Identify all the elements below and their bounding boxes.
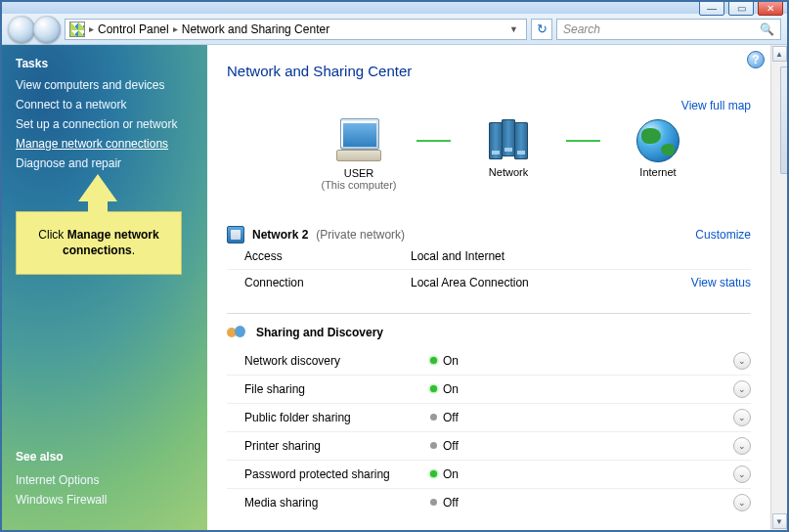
expand-button[interactable]: ⌄	[733, 352, 751, 370]
row-connection: Connection Local Area Connection View st…	[227, 269, 751, 295]
sharing-row-label: File sharing	[244, 382, 430, 396]
connection-label: Connection	[244, 276, 411, 289]
sharing-rows: Network discoveryOn⌄File sharingOn⌄Publi…	[227, 347, 751, 516]
sharing-row-value: On	[430, 382, 733, 396]
see-also-windows-firewall[interactable]: Windows Firewall	[16, 493, 107, 507]
sharing-row-label: Password protected sharing	[244, 467, 430, 481]
row-access: Access Local and Internet	[227, 244, 751, 269]
sharing-row: Password protected sharingOn⌄	[227, 460, 751, 488]
scroll-down-button[interactable]: ▼	[772, 513, 787, 529]
task-list: View computers and devices Connect to a …	[16, 78, 194, 170]
scroll-thumb[interactable]	[780, 66, 789, 174]
sharing-row-value: On	[430, 467, 733, 481]
nav-bar: ▸ Control Panel ▸ Network and Sharing Ce…	[2, 14, 787, 45]
sharing-row: Media sharingOff⌄	[227, 488, 751, 516]
maximize-button[interactable]: ▭	[728, 0, 754, 16]
refresh-button[interactable]: ↻	[531, 19, 552, 40]
forward-button[interactable]	[33, 16, 61, 43]
scroll-up-button[interactable]: ▲	[772, 46, 787, 62]
tasks-header: Tasks	[16, 57, 194, 70]
annotation-arrow-icon	[78, 174, 117, 201]
network-icon	[487, 119, 530, 162]
window-frame: — ▭ ✕ ▸ Control Panel ▸ Network and Shar…	[0, 0, 789, 532]
close-button[interactable]: ✕	[758, 0, 783, 16]
sharing-header: Sharing and Discovery	[227, 324, 751, 341]
map-network-label: Network	[455, 166, 562, 178]
view-status-link[interactable]: View status	[691, 276, 751, 289]
sharing-row: Printer sharingOff⌄	[227, 431, 751, 460]
people-icon	[227, 324, 248, 341]
breadcrumb-sep: ▸	[173, 23, 178, 34]
task-sidebar: Tasks View computers and devices Connect…	[2, 45, 207, 530]
annotation-callout: Click Manage network connections.	[16, 211, 182, 275]
back-button[interactable]	[8, 16, 35, 43]
sharing-header-label: Sharing and Discovery	[256, 326, 383, 339]
map-network[interactable]: Network	[455, 119, 562, 190]
annotation-arrow-stem	[88, 200, 108, 219]
task-connect-network[interactable]: Connect to a network	[16, 98, 194, 111]
access-label: Access	[244, 249, 411, 263]
sharing-row: Public folder sharingOff⌄	[227, 403, 751, 431]
breadcrumb-sep: ▸	[89, 23, 94, 34]
breadcrumb-control-panel[interactable]: Control Panel	[98, 22, 169, 36]
task-view-computers[interactable]: View computers and devices	[16, 78, 194, 92]
page-title: Network and Sharing Center	[227, 63, 751, 79]
address-bar[interactable]: ▸ Control Panel ▸ Network and Sharing Ce…	[65, 19, 527, 40]
expand-button[interactable]: ⌄	[733, 409, 751, 426]
sharing-row: File sharingOn⌄	[227, 375, 751, 403]
help-button[interactable]: ?	[747, 51, 765, 68]
network-badge-icon	[227, 226, 244, 244]
sharing-row-value: Off	[430, 496, 733, 510]
computer-icon	[334, 118, 383, 163]
network-header: Network 2 (Private network) Customize	[227, 226, 751, 244]
map-internet-label: Internet	[604, 166, 712, 178]
content-pane: ? Network and Sharing Center View full m…	[207, 45, 770, 530]
search-icon: 🔍	[760, 22, 774, 36]
access-value: Local and Internet	[411, 249, 751, 263]
expand-button[interactable]: ⌄	[733, 437, 751, 455]
connection-value: Local Area Connection	[411, 276, 691, 289]
callout-post: .	[132, 244, 135, 257]
task-diagnose-repair[interactable]: Diagnose and repair	[16, 156, 194, 170]
control-panel-icon	[69, 22, 85, 37]
status-on-icon	[430, 470, 437, 477]
see-also-internet-options[interactable]: Internet Options	[16, 473, 107, 487]
minimize-button[interactable]: —	[699, 0, 724, 16]
vertical-scrollbar[interactable]: ▲ ▼	[770, 45, 787, 530]
address-dropdown-icon[interactable]: ▼	[505, 24, 522, 34]
callout-bold: Manage network connections	[63, 228, 159, 257]
network-section: Network 2 (Private network) Customize Ac…	[227, 216, 751, 295]
sharing-row-value: Off	[430, 439, 733, 453]
status-off-icon	[430, 442, 437, 449]
sharing-row-label: Network discovery	[244, 354, 430, 368]
network-map: USER (This computer) Network I	[227, 118, 751, 191]
map-connection-line	[416, 140, 451, 142]
expand-button[interactable]: ⌄	[733, 380, 751, 398]
title-bar: — ▭ ✕	[2, 2, 787, 14]
task-setup-connection[interactable]: Set up a connection or network	[16, 117, 194, 131]
status-off-icon	[430, 499, 437, 506]
sharing-row-label: Public folder sharing	[244, 411, 430, 424]
callout-pre: Click	[38, 228, 66, 242]
search-input[interactable]: Search 🔍	[556, 19, 781, 40]
sharing-section: Sharing and Discovery Network discoveryO…	[227, 313, 751, 516]
customize-link[interactable]: Customize	[695, 228, 751, 242]
status-off-icon	[430, 414, 437, 421]
expand-button[interactable]: ⌄	[733, 466, 751, 483]
expand-button[interactable]: ⌄	[733, 494, 751, 511]
map-connection-line	[566, 140, 600, 142]
breadcrumb-network-sharing[interactable]: Network and Sharing Center	[182, 22, 329, 36]
sharing-row: Network discoveryOn⌄	[227, 347, 751, 375]
see-also-section: See also Internet Options Windows Firewa…	[16, 450, 107, 512]
globe-icon	[636, 119, 679, 162]
view-full-map-link[interactable]: View full map	[681, 99, 751, 112]
window-buttons: — ▭ ✕	[699, 0, 783, 16]
sharing-row-label: Printer sharing	[244, 439, 430, 453]
status-on-icon	[430, 357, 437, 364]
sharing-row-label: Media sharing	[244, 496, 430, 510]
see-also-header: See also	[16, 450, 107, 464]
task-manage-connections[interactable]: Manage network connections	[16, 137, 194, 151]
network-type: (Private network)	[316, 228, 405, 242]
map-internet[interactable]: Internet	[604, 119, 712, 190]
map-user[interactable]: USER (This computer)	[305, 118, 413, 191]
